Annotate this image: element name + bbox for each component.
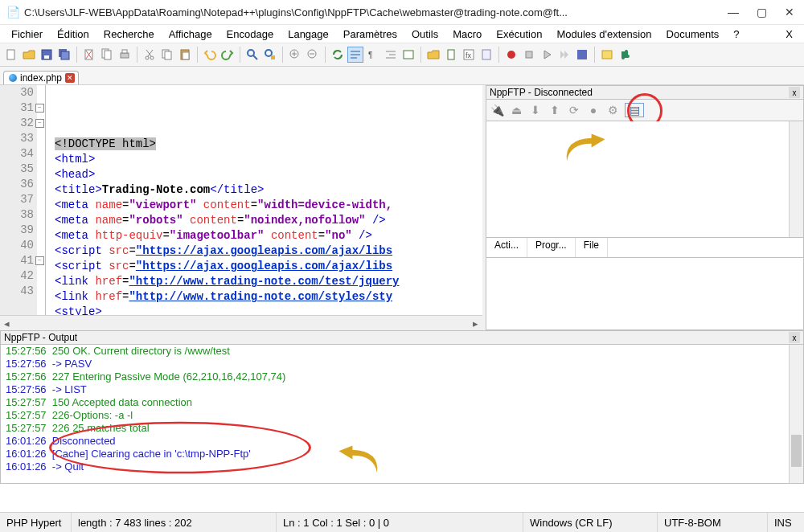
menu-fichier[interactable]: Fichier bbox=[5, 27, 49, 42]
tab-index-php[interactable]: index.php ✕ bbox=[3, 71, 79, 84]
output-vscroll-thumb[interactable] bbox=[791, 435, 802, 467]
code-editor[interactable]: 3031323334353637383940414243 −−− <!DOCTY… bbox=[0, 85, 482, 315]
find-icon[interactable] bbox=[244, 47, 260, 63]
folder-icon[interactable] bbox=[425, 47, 441, 63]
wrap-icon[interactable] bbox=[347, 47, 363, 63]
copy-icon[interactable] bbox=[159, 47, 175, 63]
tree-vscrollbar[interactable] bbox=[789, 121, 803, 237]
replace-icon[interactable] bbox=[262, 47, 278, 63]
print-icon[interactable] bbox=[117, 47, 133, 63]
zoomout-icon[interactable] bbox=[305, 47, 321, 63]
menu-outils[interactable]: Outils bbox=[405, 27, 445, 42]
svg-rect-2 bbox=[44, 55, 49, 59]
download-icon[interactable]: ⬇ bbox=[528, 104, 543, 117]
panel-close-icon[interactable]: x bbox=[789, 87, 800, 98]
map-icon[interactable] bbox=[478, 47, 494, 63]
abort-icon[interactable]: ● bbox=[586, 104, 601, 117]
cut-icon[interactable] bbox=[142, 47, 158, 63]
menu-macro[interactable]: Macro bbox=[446, 27, 488, 42]
menu-langage[interactable]: Langage bbox=[281, 27, 335, 42]
paste-icon[interactable] bbox=[177, 47, 193, 63]
menu-modules[interactable]: Modules d'extension bbox=[550, 27, 658, 42]
status-mode: INS bbox=[768, 513, 804, 532]
svg-point-12 bbox=[146, 56, 149, 59]
stop-icon[interactable] bbox=[521, 47, 537, 63]
nppftp-title: NppFTP - Disconnected x bbox=[486, 85, 804, 100]
menu-parametres[interactable]: Paramètres bbox=[337, 27, 404, 42]
editor-pane: 3031323334353637383940414243 −−− <!DOCTY… bbox=[0, 85, 486, 330]
editor-hscrollbar[interactable]: ◂▸ bbox=[0, 315, 482, 330]
svg-rect-9 bbox=[105, 51, 111, 59]
svg-rect-23 bbox=[271, 55, 275, 59]
status-pos: Ln : 1 Col : 1 Sel : 0 | 0 bbox=[277, 513, 523, 532]
savesess-icon[interactable] bbox=[574, 47, 590, 63]
svg-rect-17 bbox=[165, 51, 171, 59]
window-title: C:\Users\JLF-WEB\AppData\Roaming\Notepad… bbox=[24, 6, 728, 18]
doc-icon[interactable] bbox=[443, 47, 459, 63]
menu-affichage[interactable]: Affichage bbox=[162, 27, 219, 42]
menu-help[interactable]: ? bbox=[727, 27, 745, 42]
connect-icon[interactable]: 🔌 bbox=[490, 104, 504, 117]
output-log[interactable]: 15:27:56 250 OK. Current directory is /w… bbox=[0, 345, 804, 484]
yellow-icon[interactable] bbox=[599, 47, 615, 63]
lang-icon[interactable] bbox=[400, 47, 416, 63]
file-status-icon bbox=[9, 74, 17, 82]
allchars-icon[interactable]: ¶ bbox=[365, 47, 381, 63]
status-lang: PHP Hypert bbox=[0, 513, 72, 532]
svg-rect-40 bbox=[482, 50, 490, 59]
menubar: Fichier Édition Recherche Affichage Enco… bbox=[0, 25, 804, 43]
undo-icon[interactable] bbox=[202, 47, 218, 63]
open-icon[interactable] bbox=[21, 47, 37, 63]
minimize-button[interactable]: — bbox=[728, 6, 739, 18]
menu-encodage[interactable]: Encodage bbox=[220, 27, 281, 42]
tab-progress[interactable]: Progr... bbox=[527, 238, 576, 257]
svg-point-41 bbox=[507, 51, 515, 59]
close-button[interactable]: ✕ bbox=[785, 6, 794, 18]
svg-rect-10 bbox=[121, 53, 129, 58]
svg-point-20 bbox=[248, 50, 254, 56]
maximize-button[interactable]: ▢ bbox=[757, 6, 767, 18]
play-icon[interactable] bbox=[539, 47, 555, 63]
menu-recherche[interactable]: Recherche bbox=[97, 27, 161, 42]
tab-actions[interactable]: Acti... bbox=[486, 238, 527, 257]
func-icon[interactable]: fx bbox=[461, 47, 477, 63]
new-icon[interactable] bbox=[3, 47, 19, 63]
main-toolbar: ¶ fx bbox=[0, 43, 804, 67]
messages-icon[interactable]: ▤ bbox=[625, 103, 644, 117]
upload-icon[interactable]: ⬆ bbox=[548, 104, 562, 117]
record-icon[interactable] bbox=[503, 47, 519, 63]
sync-icon[interactable] bbox=[330, 47, 346, 63]
menu-edition[interactable]: Édition bbox=[51, 27, 96, 42]
playmulti-icon[interactable] bbox=[556, 47, 572, 63]
tab-close-icon[interactable]: ✕ bbox=[65, 73, 75, 83]
close-icon[interactable] bbox=[81, 47, 97, 63]
refresh-icon[interactable]: ⟳ bbox=[567, 104, 581, 117]
nppftp-bottom-tabs: Acti... Progr... File bbox=[486, 238, 804, 258]
statusbar: PHP Hypert length : 7 483 lines : 202 Ln… bbox=[0, 512, 804, 532]
svg-rect-37 bbox=[448, 50, 454, 59]
app-icon: 📄 bbox=[6, 6, 19, 18]
svg-text:¶: ¶ bbox=[368, 51, 372, 59]
svg-line-21 bbox=[253, 55, 257, 59]
output-close-icon[interactable]: x bbox=[789, 332, 800, 343]
nppftp-tree[interactable] bbox=[486, 121, 804, 238]
menu-close-x[interactable]: X bbox=[779, 27, 799, 42]
svg-rect-36 bbox=[404, 51, 413, 59]
disconnect-icon[interactable]: ⏏ bbox=[509, 104, 523, 117]
nppftp-panel: NppFTP - Disconnected x 🔌 ⏏ ⬇ ⬆ ⟳ ● ⚙ ▤ … bbox=[486, 85, 804, 330]
menu-documents[interactable]: Documents bbox=[660, 27, 726, 42]
redo-icon[interactable] bbox=[219, 47, 236, 63]
status-length: length : 7 483 lines : 202 bbox=[72, 513, 277, 532]
indent-icon[interactable] bbox=[383, 47, 399, 63]
zoomin-icon[interactable] bbox=[287, 47, 303, 63]
menu-execution[interactable]: Exécution bbox=[490, 27, 548, 42]
svg-rect-44 bbox=[602, 51, 612, 59]
tab-file[interactable]: File bbox=[576, 238, 608, 257]
closeall-icon[interactable] bbox=[99, 47, 115, 63]
status-eol: Windows (CR LF) bbox=[523, 513, 658, 532]
saveall-icon[interactable] bbox=[56, 47, 72, 63]
settings-icon[interactable]: ⚙ bbox=[605, 104, 620, 117]
svg-rect-42 bbox=[526, 51, 532, 58]
save-icon[interactable] bbox=[39, 47, 55, 63]
puzzle-icon[interactable] bbox=[617, 47, 633, 63]
